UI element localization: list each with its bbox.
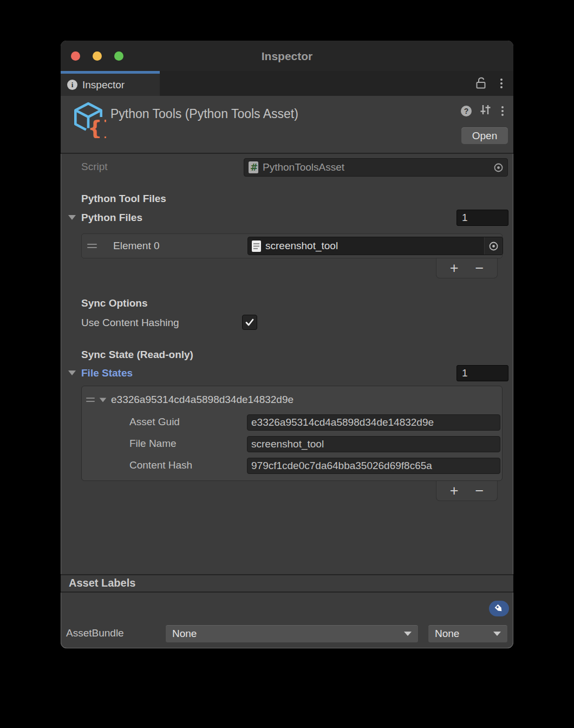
file-name-row: File Name screenshot_tool: [82, 436, 503, 452]
window-title: Inspector: [61, 41, 513, 71]
use-content-hashing-label: Use Content Hashing: [81, 317, 179, 329]
section-python-tool-files: Python Tool Files: [81, 193, 166, 205]
python-files-element-row[interactable]: Element 0 screenshot_tool: [81, 233, 503, 258]
element-label: Element 0: [113, 240, 160, 252]
object-picker-icon[interactable]: [493, 162, 504, 173]
asset-label-tag-button[interactable]: [489, 601, 509, 616]
add-element-button[interactable]: +: [447, 261, 462, 276]
assetbundle-variant-value: None: [435, 628, 493, 640]
assetbundle-dropdown[interactable]: None: [165, 625, 419, 643]
titlebar: Inspector: [61, 41, 513, 71]
asset-guid-field[interactable]: e3326a95314cd4a5898d34de14832d9e: [247, 414, 500, 431]
chevron-down-icon: [493, 632, 501, 636]
drag-handle-icon[interactable]: [87, 244, 97, 248]
entry-foldout-icon[interactable]: [100, 398, 107, 402]
file-states-list-controls: + −: [436, 481, 498, 501]
python-files-foldout-icon[interactable]: [68, 215, 76, 220]
presets-icon[interactable]: [479, 103, 492, 118]
component-header: {} Python Tools (Python Tools Asset) ? O…: [61, 96, 513, 154]
csharp-script-icon: #: [248, 161, 259, 174]
python-files-size-field[interactable]: 1: [456, 210, 508, 226]
remove-element-button[interactable]: −: [472, 484, 487, 498]
file-state-entry: e3326a95314cd4a5898d34de14832d9e Asset G…: [81, 386, 503, 481]
assetbundle-label: AssetBundle: [66, 627, 124, 639]
script-label: Script: [81, 161, 108, 173]
file-states-size-field[interactable]: 1: [456, 365, 508, 381]
content-hash-row: Content Hash 979cf1cde0c7da64bba35026d69…: [82, 458, 503, 474]
asset-labels-bar[interactable]: Asset Labels: [61, 574, 513, 593]
file-states-foldout-icon[interactable]: [68, 370, 76, 375]
tag-icon: [494, 603, 504, 614]
assetbundle-variant-dropdown[interactable]: None: [428, 625, 508, 643]
tab-strip: i Inspector: [61, 71, 513, 96]
inspector-window: Inspector i Inspector {}: [61, 41, 513, 648]
element-value: screenshot_tool: [265, 240, 484, 252]
tab-menu-icon[interactable]: [498, 76, 505, 90]
drag-handle-icon[interactable]: [86, 398, 95, 402]
assetbundle-value: None: [172, 628, 404, 640]
section-sync-options: Sync Options: [81, 297, 147, 309]
script-object-field[interactable]: # PythonToolsAsset: [244, 158, 508, 177]
file-states-label[interactable]: File States: [81, 367, 133, 379]
content-hash-label: Content Hash: [129, 459, 192, 471]
help-icon[interactable]: ?: [461, 106, 472, 116]
svg-text:#: #: [250, 162, 258, 173]
file-state-header[interactable]: e3326a95314cd4a5898d34de14832d9e: [86, 393, 293, 407]
unlock-icon[interactable]: [474, 75, 487, 92]
asset-guid-row: Asset Guid e3326a95314cd4a5898d34de14832…: [82, 414, 503, 431]
add-element-button[interactable]: +: [447, 484, 462, 498]
python-files-label[interactable]: Python Files: [81, 212, 142, 224]
entry-guid-title: e3326a95314cd4a5898d34de14832d9e: [111, 394, 293, 406]
file-name-label: File Name: [129, 438, 177, 450]
info-icon: i: [67, 80, 77, 90]
script-value: PythonToolsAsset: [263, 161, 490, 173]
python-files-list-controls: + −: [436, 258, 498, 278]
element-object-field[interactable]: screenshot_tool: [247, 237, 503, 255]
text-asset-icon: [251, 240, 262, 252]
check-icon: [244, 317, 255, 328]
chevron-down-icon: [404, 632, 412, 636]
content-hash-field[interactable]: 979cf1cde0c7da64bba35026d69f8c65a: [247, 458, 500, 474]
tab-inspector[interactable]: i Inspector: [61, 71, 160, 96]
file-name-field[interactable]: screenshot_tool: [247, 436, 500, 452]
object-picker-icon[interactable]: [484, 237, 503, 255]
use-content-hashing-checkbox[interactable]: [242, 315, 257, 330]
remove-element-button[interactable]: −: [472, 261, 487, 276]
section-sync-state: Sync State (Read-only): [81, 349, 193, 361]
python-tools-asset-icon: {}: [70, 100, 106, 140]
component-menu-icon[interactable]: [499, 104, 506, 118]
open-button[interactable]: Open: [461, 127, 508, 144]
asset-labels-title: Asset Labels: [69, 577, 135, 589]
tab-label: Inspector: [82, 79, 125, 91]
component-title: Python Tools (Python Tools Asset): [110, 107, 298, 121]
svg-text:{}: {}: [88, 116, 106, 138]
asset-guid-label: Asset Guid: [129, 416, 180, 428]
